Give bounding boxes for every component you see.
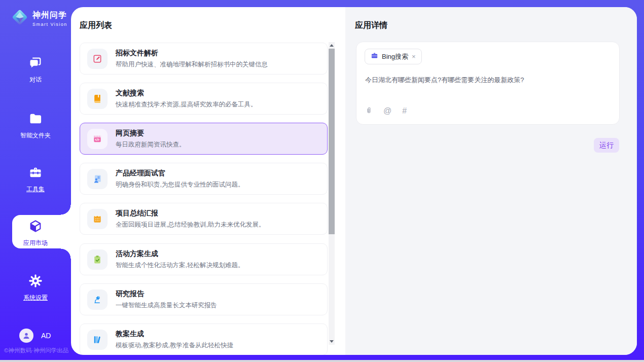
- window-bottom-edge: [0, 360, 644, 362]
- list-item-web-summary[interactable]: 网页摘要 每日政府新闻资讯快查。: [80, 123, 328, 155]
- mention-icon[interactable]: @: [383, 107, 391, 115]
- sidebar-item-smart-folders[interactable]: 智能文件夹: [0, 112, 71, 140]
- sidebar-item-settings[interactable]: 系统设置: [0, 274, 71, 302]
- cube-icon: [28, 219, 43, 235]
- sidebar-item-label: 工具集: [26, 185, 45, 194]
- query-input[interactable]: 今日湖北有哪些新闻要点?有哪些需要关注的最新政策?: [365, 76, 611, 85]
- folder-icon: [28, 112, 43, 128]
- app-desc: 明确身份和职责,为您提供专业性的面试问题。: [116, 180, 244, 189]
- chat-icon: [28, 56, 43, 72]
- sidebar-item-chat[interactable]: 对话: [0, 56, 71, 84]
- app-title: 项目总结汇报: [116, 209, 265, 218]
- brand-subtitle: Smart Vision: [32, 22, 67, 27]
- app-title: 招标文件解析: [116, 49, 268, 58]
- app-title: 研究报告: [116, 289, 217, 299]
- copyright: ©神州数码·神州问学出品: [4, 347, 68, 354]
- brand-name: 神州问学: [32, 10, 67, 21]
- user-name: AD: [41, 332, 51, 340]
- sidebar-item-label: 系统设置: [23, 294, 48, 302]
- triangle-up-icon: [330, 44, 334, 47]
- list-item-event-plan[interactable]: 活动方案生成 智能生成个性化活动方案,轻松解决规划难题。: [80, 243, 328, 275]
- calendar-icon: [87, 209, 108, 229]
- remove-chip-icon[interactable]: ×: [412, 53, 416, 60]
- brand: 神州问学 Smart Vision: [10, 8, 67, 29]
- app-title: 产品经理面试官: [116, 169, 244, 178]
- sidebar-item-label: 对话: [29, 76, 42, 84]
- app-desc: 帮助用户快速、准确地理解和解析招标书中的关键信息: [116, 60, 268, 69]
- prompt-card[interactable]: Bing搜索 × 今日湖北有哪些新闻要点?有哪些需要关注的最新政策? @ #: [356, 42, 620, 125]
- books-icon: [87, 330, 108, 350]
- sidebar-item-toolset[interactable]: 工具集: [0, 165, 71, 194]
- tool-chip-label: Bing搜索: [382, 52, 408, 61]
- run-button[interactable]: 运行: [594, 138, 619, 153]
- app-desc: 智能生成个性化活动方案,轻松解决规划难题。: [116, 261, 244, 270]
- app-desc: 每日政府新闻资讯快查。: [116, 140, 186, 149]
- content-panel: 应用列表 招标文件解析 帮助用户快速、准确地理解和解析招标书中的关键信息 文献搜…: [71, 7, 637, 355]
- triangle-down-icon: [330, 340, 334, 343]
- scrollbar-thumb[interactable]: [329, 49, 335, 234]
- app-desc: 模板驱动,教案秒成,教学准备从此轻松快捷: [116, 341, 233, 350]
- list-item-pm-interviewer[interactable]: 产品经理面试官 明确身份和职责,为您提供专业性的面试问题。: [80, 163, 328, 195]
- list-item-project-summary[interactable]: 项目总结汇报 全面回顾项目进展,总结经验教训,助力未来优化发展。: [80, 203, 328, 235]
- logo-diamond-icon: [10, 8, 29, 29]
- book-icon: [87, 89, 108, 109]
- interviewer-icon: [87, 169, 108, 189]
- app-list-title: 应用列表: [80, 20, 112, 31]
- topic-hash-icon[interactable]: #: [402, 107, 407, 115]
- app-desc: 一键智能生成高质量长文本研究报告: [116, 301, 217, 310]
- list-item-bid-parse[interactable]: 招标文件解析 帮助用户快速、准确地理解和解析招标书中的关键信息: [80, 43, 328, 75]
- tool-chip-bing-search[interactable]: Bing搜索 ×: [365, 49, 422, 64]
- gear-icon: [28, 274, 43, 290]
- app-title: 网页摘要: [116, 129, 186, 138]
- attachment-icon[interactable]: [365, 106, 373, 116]
- scroll-up-button[interactable]: [329, 42, 335, 49]
- list-scrollbar[interactable]: [329, 42, 335, 345]
- scroll-down-button[interactable]: [329, 338, 335, 345]
- microscope-icon: [87, 289, 108, 310]
- briefcase-icon: [371, 52, 378, 61]
- app-desc: 快速精准查找学术资源,提高研究效率的必备工具。: [116, 100, 257, 109]
- edit-square-icon: [87, 49, 108, 69]
- sidebar-item-label: 应用市场: [23, 239, 48, 247]
- user-row[interactable]: AD: [19, 329, 51, 343]
- list-item-research-report[interactable]: 研究报告 一键智能生成高质量长文本研究报告: [80, 283, 328, 315]
- app-details-title: 应用详情: [355, 20, 387, 31]
- list-item-lesson-plan[interactable]: 教案生成 模板驱动,教案秒成,教学准备从此轻松快捷: [80, 323, 328, 355]
- sidebar-item-app-market[interactable]: 应用市场: [0, 219, 71, 247]
- sidebar: 神州问学 Smart Vision 对话 智能文件夹: [0, 0, 71, 362]
- app-title: 教案生成: [116, 330, 233, 339]
- briefcase-icon: [28, 165, 43, 182]
- app-title: 活动方案生成: [116, 249, 244, 259]
- clipboard-check-icon: [87, 249, 108, 270]
- app-details-section: 应用详情 Bing搜索 × 今日湖北有哪些新闻要点?有哪些需要关注的最新政策?: [345, 7, 637, 355]
- app-title: 文献搜索: [116, 89, 257, 98]
- browser-code-icon: [87, 129, 108, 149]
- avatar[interactable]: [19, 329, 33, 343]
- list-item-literature-search[interactable]: 文献搜索 快速精准查找学术资源,提高研究效率的必备工具。: [80, 83, 328, 115]
- app-desc: 全面回顾项目进展,总结经验教训,助力未来优化发展。: [116, 221, 265, 229]
- sidebar-item-label: 智能文件夹: [20, 131, 51, 140]
